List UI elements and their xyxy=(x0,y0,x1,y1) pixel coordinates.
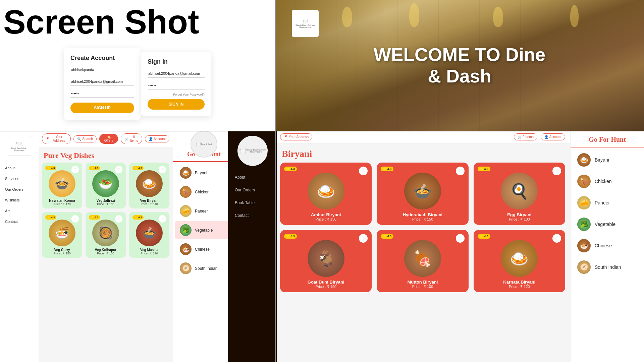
vegetable-label-left: Vegetable xyxy=(195,228,213,233)
horizontal-divider xyxy=(0,131,644,131)
cart-button-left[interactable]: 🛒 0 Items xyxy=(121,133,142,144)
biryani-img-goat: 🐐 xyxy=(308,240,344,277)
account-button-left[interactable]: 👤 Account xyxy=(145,135,169,142)
user-icon-left: 👤 xyxy=(149,137,153,141)
hunt-item-paneer-right[interactable]: 🧀 Paneer xyxy=(571,192,644,214)
rating-karnata: ⭐ 4.3 xyxy=(478,234,490,239)
biryani-icon-left: 🍛 xyxy=(180,167,192,179)
rating-vegcurry: ⭐ 4.3 xyxy=(45,215,56,220)
screen-shot-title: Screen Shot xyxy=(0,0,275,40)
cart-button-right[interactable]: 🛒 0 Items xyxy=(514,133,537,140)
hunt-item-vegetable-left[interactable]: 🥦 Vegetable xyxy=(175,221,233,239)
hunt-item-vegetable-right[interactable]: 🥦 Vegetable xyxy=(571,214,644,235)
search-button-left[interactable]: 🔍 Search xyxy=(73,135,97,142)
dark-nav-orders[interactable]: Our Orders xyxy=(228,184,277,196)
food-card-vegcurry: ⭐ 4.3 ♡ 🍜 Veg Curry Price : ₹ 150 xyxy=(42,212,82,258)
create-account-password-input[interactable] xyxy=(70,89,134,98)
southindian-icon-right: 🫓 xyxy=(577,260,591,274)
food-main-left: 📍 Your Address 🔍 Search 🏷️ Offers 🛒 0 It… xyxy=(39,131,173,362)
biryani-price-ambur: Price : ₹ 130 xyxy=(283,217,368,222)
dark-nav-book[interactable]: Book Table xyxy=(228,196,277,209)
heart-navratan[interactable]: ♡ xyxy=(71,166,79,173)
food-name-vegcurry: Veg Curry xyxy=(45,248,79,252)
go-hunt-sidebar-left: 🍽️ Dine & Dash Go For Hunt 🍛 Biryani 🍗 C… xyxy=(173,131,235,362)
dark-nav-contact[interactable]: Contact xyxy=(228,209,277,222)
heart-kolhapur[interactable]: ♡ xyxy=(115,215,122,223)
chicken-label-right: Chicken xyxy=(595,179,612,184)
hunt-item-chinese-right[interactable]: 🍜 Chinese xyxy=(571,235,644,256)
biryani-img-karnata: 🍛 xyxy=(501,240,538,277)
heart-jalfrezi[interactable]: ♡ xyxy=(115,166,122,173)
nav-item-contact[interactable]: Contact xyxy=(0,216,39,227)
heart-karnata[interactable]: ♡ xyxy=(552,234,561,243)
hunt-item-chinese-left[interactable]: 🍜 Chinese xyxy=(175,240,233,258)
rating-ambur: ⭐ 4.3 xyxy=(284,167,297,171)
food-card-kolhapur: ⭐ 4.3 ♡ 🥘 Veg Kolhapur Price : ₹ 100 xyxy=(86,212,126,258)
search-icon-left: 🔍 xyxy=(77,137,81,141)
food-name-masala: Veg Masala xyxy=(132,248,167,252)
heart-masala[interactable]: ♡ xyxy=(159,215,166,223)
sign-in-password-input[interactable] xyxy=(148,81,205,89)
rating-egg: ⭐ 4.3 xyxy=(478,167,490,171)
biryani-topbar: 📍 Your Address 🛒 0 Items 👤 Account xyxy=(275,131,570,143)
heart-egg[interactable]: ♡ xyxy=(552,167,561,175)
food-name-vegbiryani: Veg Biryani xyxy=(132,199,167,202)
biryani-section-title: Biryani xyxy=(275,143,570,163)
heart-vegbiryani[interactable]: ♡ xyxy=(159,166,166,173)
create-account-email-input[interactable] xyxy=(70,77,134,86)
offers-button-left[interactable]: 🏷️ Offers xyxy=(99,134,118,144)
rating-hyderabadi: ⭐ 4.3 xyxy=(381,167,393,171)
heart-mutton[interactable]: ♡ xyxy=(456,234,465,243)
heart-hyderabadi[interactable]: ♡ xyxy=(456,167,465,175)
left-nav: 🍽️ Dine & Dash Culinary Reservations Abo… xyxy=(0,131,39,362)
sign-in-email-input[interactable] xyxy=(148,69,205,78)
food-app-right: 📍 Your Address 🛒 0 Items 👤 Account Birya… xyxy=(275,131,644,362)
chicken-icon-right: 🍗 xyxy=(577,175,591,188)
create-account-name-input[interactable] xyxy=(70,66,134,74)
dark-nav-about[interactable]: About xyxy=(228,171,277,184)
biryani-name-karnata: Karnata Biryani xyxy=(477,280,562,285)
food-price-jalfrezi: Price : ₹ 180 xyxy=(88,202,123,206)
biryani-grid: ⭐ 4.3 ♡ 🍛 Ambur Biryani Price : ₹ 130 ⭐ … xyxy=(275,163,570,292)
create-account-form: Create Account SIGN UP xyxy=(64,48,141,120)
go-hunt-sidebar-right: Go For Hunt 🍛 Biryani 🍗 Chicken 🧀 Paneer… xyxy=(570,131,644,362)
biryani-price-karnata: Price : ₹ 120 xyxy=(477,285,562,289)
create-account-signup-button[interactable]: SIGN UP xyxy=(70,103,134,113)
hunt-item-paneer-left[interactable]: 🧀 Paneer xyxy=(175,202,233,220)
vegetable-label-right: Vegetable xyxy=(595,222,615,227)
hunt-item-chicken-left[interactable]: 🍗 Chicken xyxy=(175,183,233,201)
sign-in-button[interactable]: SIGN IN xyxy=(148,99,205,110)
nav-item-orders[interactable]: Our Orders xyxy=(0,184,39,195)
paneer-label-left: Paneer xyxy=(195,209,208,214)
nav-item-art[interactable]: Art xyxy=(0,205,39,216)
cart-icon-left: 🛒 xyxy=(124,137,128,141)
southindian-label-right: South Indian xyxy=(595,264,621,270)
nav-item-services[interactable]: Services xyxy=(0,173,39,184)
heart-vegcurry[interactable]: ♡ xyxy=(71,215,79,223)
biryani-img-egg: 🍳 xyxy=(501,173,538,209)
address-button-left[interactable]: 📍 Your Address xyxy=(42,133,71,144)
food-card-jalfrezi: ⭐ 4.3 ♡ 🥗 Veg Jalfrezi Price : ₹ 180 xyxy=(86,163,126,208)
hunt-item-biryani-left[interactable]: 🍛 Biryani xyxy=(175,164,233,182)
hunt-item-biryani-right[interactable]: 🍛 Biryani xyxy=(571,149,644,171)
hunt-item-southindian-left[interactable]: 🫓 South Indian xyxy=(175,259,233,278)
nav-item-about[interactable]: About xyxy=(0,163,39,173)
food-card-navratan: ⭐ 4.3 ♡ 🍲 Navratan Korma Price : ₹ 170 xyxy=(42,163,82,208)
biryani-price-mutton: Price : ₹ 100 xyxy=(380,285,465,289)
hunt-item-chicken-right[interactable]: 🍗 Chicken xyxy=(571,171,644,192)
forgot-password-link[interactable]: Forget Your Password? xyxy=(148,93,205,96)
chinese-icon-right: 🍜 xyxy=(577,239,591,252)
heart-goat[interactable]: ♡ xyxy=(359,234,368,243)
address-button-right[interactable]: 📍 Your Address xyxy=(280,133,312,140)
hunt-item-southindian-right[interactable]: 🫓 South Indian xyxy=(571,256,644,278)
nav-item-wishlists[interactable]: Wishlists xyxy=(0,195,39,205)
account-button-right[interactable]: 👤 Account xyxy=(541,133,565,140)
food-topbar-left: 📍 Your Address 🔍 Search 🏷️ Offers 🛒 0 It… xyxy=(39,131,173,147)
heart-ambur[interactable]: ♡ xyxy=(359,167,368,175)
pin-icon: 📍 xyxy=(46,137,50,141)
biryani-label-right: Biryani xyxy=(595,157,609,163)
biryani-img-ambur: 🍛 xyxy=(308,173,344,209)
section-title-left: Pure Veg Dishes xyxy=(39,147,173,163)
dark-overlay-menu: 🍽️ Dine & Dash Culinary Reservations Abo… xyxy=(228,131,277,362)
biryani-price-hyderabadi: Price : ₹ 150 xyxy=(380,217,465,222)
